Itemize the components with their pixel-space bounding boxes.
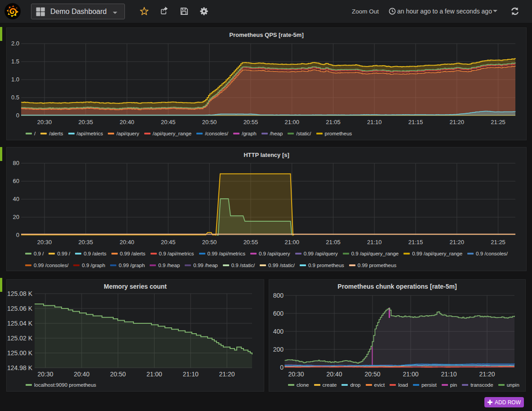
svg-text:21:10: 21:10 [367,119,382,125]
svg-text:21:00: 21:00 [403,371,418,378]
svg-text:21:20: 21:20 [219,371,235,378]
svg-text:21:20: 21:20 [479,371,495,378]
svg-text:21:25: 21:25 [491,239,505,246]
svg-text:20:30: 20:30 [288,371,304,378]
svg-text:0: 0 [16,112,19,119]
svg-text:21:20: 21:20 [450,239,465,246]
svg-text:21:10: 21:10 [441,371,457,378]
svg-text:21:10: 21:10 [183,371,199,378]
svg-text:125.08 K: 125.08 K [7,290,33,297]
svg-text:21:15: 21:15 [408,239,423,246]
svg-text:60: 60 [13,178,19,184]
svg-text:1.5: 1.5 [11,58,19,65]
svg-text:20:35: 20:35 [79,119,93,125]
svg-text:21:00: 21:00 [284,119,299,125]
svg-text:2.0: 2.0 [11,40,19,47]
svg-text:20:55: 20:55 [244,239,258,246]
svg-text:800: 800 [273,292,284,299]
svg-text:21:20: 21:20 [450,119,465,125]
svg-text:20:50: 20:50 [202,239,217,246]
svg-text:400: 400 [273,328,284,335]
svg-text:20:30: 20:30 [37,371,53,378]
svg-text:20:40: 20:40 [74,371,89,378]
svg-text:0: 0 [280,364,284,371]
svg-text:80: 80 [13,160,19,166]
svg-text:124.98 K: 124.98 K [7,364,33,371]
svg-text:21:05: 21:05 [326,239,341,246]
svg-text:20:35: 20:35 [79,239,93,246]
svg-text:20:50: 20:50 [364,371,380,378]
svg-text:20:30: 20:30 [37,119,52,125]
svg-text:125.06 K: 125.06 K [7,305,33,312]
svg-text:21:00: 21:00 [146,371,162,378]
svg-text:600: 600 [273,310,284,317]
svg-text:21:25: 21:25 [491,119,505,125]
svg-text:20:45: 20:45 [161,119,176,125]
svg-text:20:40: 20:40 [120,239,134,246]
svg-text:20:40: 20:40 [326,371,342,378]
svg-text:20:55: 20:55 [244,119,258,125]
svg-text:20:30: 20:30 [37,239,52,246]
svg-text:1.0: 1.0 [11,76,19,83]
svg-text:21:10: 21:10 [367,239,382,246]
svg-text:40: 40 [13,196,19,202]
svg-text:200: 200 [273,346,284,353]
svg-text:21:15: 21:15 [408,119,423,125]
svg-text:125.00 K: 125.00 K [7,349,33,357]
svg-text:20:45: 20:45 [161,239,176,246]
svg-text:125.02 K: 125.02 K [7,335,33,342]
svg-text:20: 20 [13,214,19,220]
svg-text:20:50: 20:50 [202,119,217,125]
svg-text:21:00: 21:00 [284,239,299,246]
svg-text:125.04 K: 125.04 K [7,320,33,327]
svg-text:0: 0 [16,232,19,238]
svg-text:21:05: 21:05 [326,119,341,125]
svg-text:20:50: 20:50 [110,371,126,378]
svg-text:0.5: 0.5 [11,94,19,101]
svg-text:20:40: 20:40 [120,119,134,125]
